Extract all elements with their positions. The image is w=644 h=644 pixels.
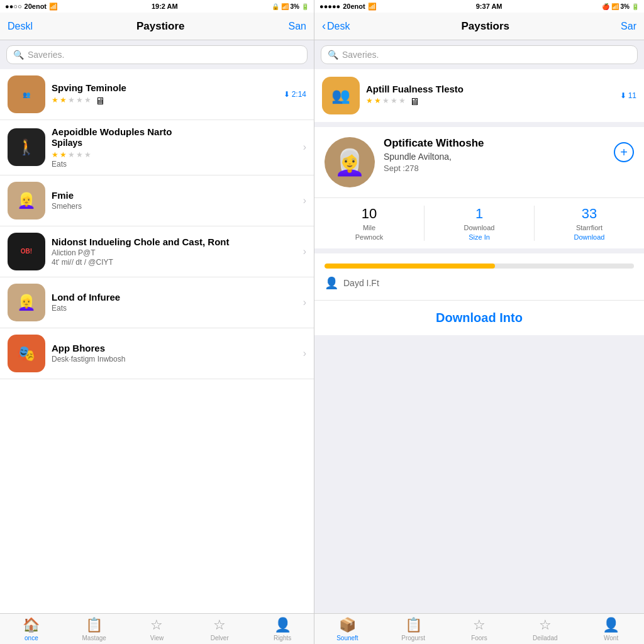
stat-value-mile: 10: [362, 206, 377, 222]
right-nav-right[interactable]: Sar: [621, 21, 636, 32]
tab-foors[interactable]: ☆ Foors: [447, 617, 513, 641]
chevron-right-icon: ›: [303, 348, 306, 359]
app-name-5: Lond of Infuree: [52, 292, 297, 303]
stat-mile: 10 Mile Pewnock: [314, 206, 425, 241]
progress-section: 👤 Dayd I.Ft: [314, 253, 644, 301]
download-action-1[interactable]: ⬇ 2:14: [284, 90, 306, 99]
tab-progurst[interactable]: 📋 Progurst: [380, 617, 447, 641]
tab-label-once: once: [25, 635, 38, 641]
app-icon-6: 🎭: [8, 335, 45, 372]
list-item[interactable]: 👥 Spving Teminole ★ ★ ★ ★ ★ 🖥 ⬇ 2:14: [0, 69, 314, 120]
chevron-left-icon: ‹: [322, 19, 326, 33]
download-title: Download Into: [325, 311, 634, 325]
download-icon: ⬇: [284, 90, 290, 99]
tab-label-wont: Wont: [604, 635, 618, 641]
profile-info: Optificate Withoshe Spundle Aviltona, Se…: [384, 137, 605, 173]
app-subtitle4a: Aliction P@T: [52, 248, 297, 257]
app-subtitle-2: Spilays: [52, 138, 297, 148]
featured-app-icon: 👥: [322, 77, 360, 114]
left-panel: ●●○○ 20enot 📶 19:2 AM 🔒 📶 3% 🔋 Deskl Pay…: [0, 0, 314, 644]
profile-meta: Sept :278: [384, 164, 605, 173]
left-status-bar: ●●○○ 20enot 📶 19:2 AM 🔒 📶 3% 🔋: [0, 0, 314, 13]
carrier-name: 20enot: [25, 3, 47, 10]
chevron-right-icon: ›: [303, 246, 306, 257]
chevron-right-icon: ›: [303, 195, 306, 206]
add-profile-button[interactable]: +: [614, 142, 634, 162]
stats-row: 10 Mile Pewnock 1 Download Size In 33 St…: [314, 198, 644, 253]
profile-card[interactable]: 👩‍🦳 Optificate Withoshe Spundle Aviltona…: [314, 127, 644, 198]
featured-app-stars: ★ ★ ★ ★ ★ 🖥: [366, 96, 614, 108]
tab-souneft[interactable]: 📦 Souneft: [314, 617, 380, 641]
stat-value-starr: 33: [582, 206, 597, 222]
right-search-input[interactable]: 🔍 Saveries.: [321, 45, 638, 64]
star: ★: [374, 96, 381, 108]
tab-mastage[interactable]: 📋 Mastage: [63, 617, 126, 641]
tab-label-foors: Foors: [471, 635, 487, 641]
app-info-2: Aepoidble Woduples Narto Spilays ★ ★ ★ ★…: [52, 126, 297, 169]
tab-rights[interactable]: 👤 Rights: [251, 617, 314, 641]
stat-sublabel-mile: Pewnock: [355, 233, 384, 241]
list-icon-right: 📋: [405, 617, 422, 633]
battery-icon-right: 🔋: [631, 3, 639, 10]
list-item[interactable]: 🎭 App Bhores Desk·fastigm Inwbosh ›: [0, 328, 314, 379]
progress-user-name: Dayd I.Ft: [343, 278, 379, 288]
list-item[interactable]: 🚶 Aepoidble Woduples Narto Spilays ★ ★ ★…: [0, 120, 314, 175]
profile-subtitle: Spundle Aviltona,: [384, 152, 605, 162]
star: ★: [52, 150, 58, 159]
star: ★: [60, 150, 67, 159]
star-icon-right2: ☆: [539, 617, 552, 633]
app-icon-5: 👱‍♀️: [8, 284, 45, 321]
right-search-placeholder: Saveries.: [342, 50, 379, 60]
tab-deiladad[interactable]: ☆ Deiladad: [512, 617, 578, 641]
profile-name: Optificate Withoshe: [384, 137, 605, 150]
featured-download-action[interactable]: ⬇ 11: [620, 91, 636, 100]
list-item[interactable]: 👱‍♀️ Lond of Infuree Eats ›: [0, 277, 314, 328]
right-time: 9:37 AM: [476, 3, 502, 10]
left-nav-right[interactable]: San: [289, 21, 306, 32]
list-item[interactable]: OB! Nidonst Indueling Chole and Cast, Ro…: [0, 226, 314, 277]
app-icon-4: OB!: [8, 233, 45, 270]
stat-label-mile: Mile: [363, 224, 375, 231]
left-search-placeholder: Saveries.: [28, 50, 64, 60]
stat-sublabel-download: Size In: [469, 233, 490, 241]
download-section[interactable]: Download Into: [314, 301, 644, 335]
carrier-name-right: 20enot: [343, 3, 365, 10]
tab-once[interactable]: 🏠 once: [0, 617, 63, 641]
app-icon-3: 👱‍♀️: [8, 182, 45, 219]
right-nav-bar: ‹ Desk Paystiors Sar: [314, 13, 644, 40]
right-featured-app[interactable]: 👥 Aptill Fualness Tlesto ★ ★ ★ ★ ★ 🖥 ⬇ 1…: [314, 69, 644, 127]
star: ★: [399, 96, 406, 108]
battery-icon: 🔋: [301, 3, 309, 10]
star: ★: [68, 150, 75, 159]
left-search-bar: 🔍 Saveries.: [0, 40, 314, 69]
app-icon-2: 🚶: [8, 128, 45, 166]
right-content-spacer: [314, 335, 644, 613]
star: ★: [84, 96, 91, 107]
person-icon-right: 👤: [602, 617, 619, 633]
chevron-right-icon: ›: [303, 142, 306, 153]
tab-delver[interactable]: ☆ Delver: [188, 617, 251, 641]
person-icon: 👤: [274, 617, 291, 633]
right-carrier: ●●●●● 20enot 📶: [319, 3, 377, 11]
app-name-3: Fmie: [52, 190, 297, 201]
app-icon-1: 👥: [8, 75, 45, 113]
left-back-button[interactable]: Deskl: [8, 21, 33, 32]
left-search-input[interactable]: 🔍 Saveries.: [6, 45, 308, 64]
stat-label-starr: Starrfiort: [576, 224, 602, 231]
right-back-button[interactable]: ‹ Desk: [322, 19, 350, 33]
home-icon: 🏠: [23, 617, 40, 633]
star: ★: [382, 96, 389, 108]
tab-label-progurst: Progurst: [401, 635, 425, 641]
signal-dots: ●●○○: [5, 3, 22, 10]
list-icon: 📋: [86, 617, 103, 633]
tab-view[interactable]: ☆ View: [126, 617, 189, 641]
app-stars-2: ★ ★ ★ ★ ★: [52, 150, 297, 159]
app-subtitle-6: Desk·fastigm Inwbosh: [52, 355, 297, 364]
list-item[interactable]: 👱‍♀️ Fmie Smehers ›: [0, 175, 314, 226]
tab-wont[interactable]: 👤 Wont: [578, 617, 644, 641]
left-carrier: ●●○○ 20enot 📶: [5, 3, 58, 11]
featured-app-info: Aptill Fualness Tlesto ★ ★ ★ ★ ★ 🖥: [366, 84, 614, 108]
star-icon-2: ☆: [213, 617, 226, 633]
star: ★: [76, 150, 83, 159]
left-app-list: 👥 Spving Teminole ★ ★ ★ ★ ★ 🖥 ⬇ 2:14: [0, 69, 314, 613]
